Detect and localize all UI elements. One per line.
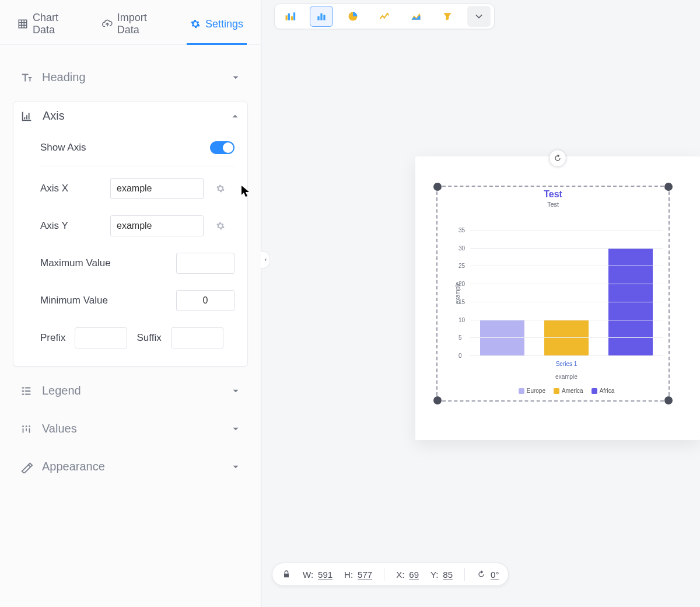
status-y-value: 85 [443, 570, 453, 580]
tool-line[interactable] [373, 6, 396, 27]
section-label: Legend [42, 384, 221, 397]
section-axis-header[interactable]: Axis [13, 102, 247, 130]
section-appearance-header[interactable]: Appearance [13, 453, 248, 480]
chevron-down-icon [230, 386, 241, 396]
svg-rect-7 [317, 16, 319, 20]
tab-settings[interactable]: Settings [187, 5, 247, 44]
lock-icon[interactable] [282, 570, 291, 579]
y-tick-label: 25 [459, 263, 465, 269]
resize-handle-bl[interactable] [433, 396, 442, 404]
pie-chart-icon [347, 11, 359, 22]
axis-x-input[interactable] [110, 178, 204, 199]
status-rot-value: 0° [491, 570, 499, 580]
status-h-label: H: [344, 570, 353, 580]
rotate-icon [477, 570, 486, 579]
status-x-label: X: [396, 570, 404, 580]
cursor-icon [242, 186, 251, 197]
sidebar-tabs: Chart Data Import Data Settings [0, 0, 261, 45]
svg-rect-4 [288, 13, 290, 20]
grid-icon [18, 19, 28, 29]
gear-icon [216, 184, 225, 193]
section-legend-header[interactable]: Legend [13, 377, 248, 404]
tool-grouped-bar[interactable] [278, 6, 302, 27]
resize-handle-br[interactable] [664, 396, 673, 404]
canvas-status-bar: W: 591 H: 577 X: 69 Y: 85 0° [272, 563, 509, 586]
axis-y-input[interactable] [110, 215, 204, 236]
axis-y-settings-button[interactable] [214, 219, 227, 232]
selection-box[interactable]: Test Test example Series 1 example Europ… [436, 186, 670, 402]
grid-line [470, 284, 663, 284]
max-value-input[interactable] [176, 253, 235, 274]
section-appearance: Appearance [13, 453, 248, 480]
tool-more[interactable] [467, 6, 491, 27]
tool-area[interactable] [404, 6, 428, 27]
section-values-header[interactable]: Values [13, 415, 248, 442]
min-value-label: Minimum Value [40, 295, 108, 306]
svg-point-1 [26, 425, 27, 427]
bar-chart-icon [316, 11, 327, 22]
section-label: Appearance [42, 460, 221, 473]
rotate-handle[interactable] [549, 149, 566, 167]
appearance-icon [20, 461, 33, 473]
resize-handle-tl[interactable] [433, 183, 442, 191]
funnel-chart-icon [442, 11, 453, 22]
svg-point-0 [22, 425, 24, 427]
tab-chart-data[interactable]: Chart Data [14, 5, 82, 44]
y-tick-label: 35 [459, 227, 465, 233]
gear-icon [216, 221, 225, 231]
section-legend: Legend [13, 377, 248, 404]
grid-line [470, 230, 663, 231]
tool-pie[interactable] [341, 6, 365, 27]
min-value-input[interactable] [176, 290, 235, 311]
cloud-upload-icon [102, 19, 113, 29]
grouped-bar-chart-icon [284, 11, 296, 22]
status-w-label: W: [303, 570, 313, 580]
resize-handle-tr[interactable] [664, 183, 673, 191]
tab-label: Chart Data [33, 12, 79, 36]
sidebar-collapse-handle[interactable] [261, 251, 270, 268]
chart-canvas-object[interactable]: Test Test example Series 1 example Europ… [415, 156, 700, 440]
chart-bars [470, 230, 663, 355]
grid-line [470, 355, 663, 356]
tab-import-data[interactable]: Import Data [99, 5, 170, 44]
prefix-input[interactable] [75, 327, 127, 348]
x-series-label: Series 1 [470, 361, 663, 367]
tool-bar[interactable] [310, 6, 333, 27]
show-axis-label: Show Axis [40, 142, 86, 154]
status-height[interactable]: H: 577 [344, 570, 372, 580]
settings-sidebar: Chart Data Import Data Settings Heading … [0, 0, 261, 607]
y-tick-label: 20 [459, 281, 465, 287]
suffix-label: Suffix [136, 332, 161, 344]
grid-line [470, 337, 663, 338]
svg-rect-5 [291, 16, 293, 20]
area-chart-icon [410, 11, 422, 22]
show-axis-toggle[interactable] [210, 141, 235, 154]
chevron-down-icon [230, 424, 241, 434]
suffix-input[interactable] [171, 327, 223, 348]
legend-icon [20, 385, 33, 397]
legend-swatch [592, 388, 597, 394]
text-icon [20, 71, 33, 84]
tab-label: Import Data [117, 12, 167, 36]
tool-funnel[interactable] [436, 6, 459, 27]
chart-legend: EuropeAmericaAfrica [470, 388, 663, 394]
axis-x-settings-button[interactable] [214, 182, 227, 195]
status-rotation[interactable]: 0° [477, 570, 499, 580]
section-heading-header[interactable]: Heading [13, 64, 248, 91]
values-icon [20, 423, 33, 435]
svg-rect-8 [320, 13, 322, 20]
y-tick-label: 5 [459, 334, 462, 341]
chevron-down-icon [230, 72, 241, 83]
status-y[interactable]: Y: 85 [430, 570, 453, 580]
section-label: Values [42, 422, 221, 435]
y-tick-label: 10 [459, 316, 465, 323]
legend-swatch [554, 388, 559, 394]
chevron-down-icon [230, 462, 241, 472]
status-x[interactable]: X: 69 [396, 570, 419, 580]
legend-swatch [519, 388, 524, 394]
chevron-down-icon [473, 11, 485, 22]
grid-line [470, 266, 663, 266]
legend-item: America [554, 388, 583, 394]
grid-line [470, 320, 663, 320]
status-width[interactable]: W: 591 [303, 570, 332, 580]
